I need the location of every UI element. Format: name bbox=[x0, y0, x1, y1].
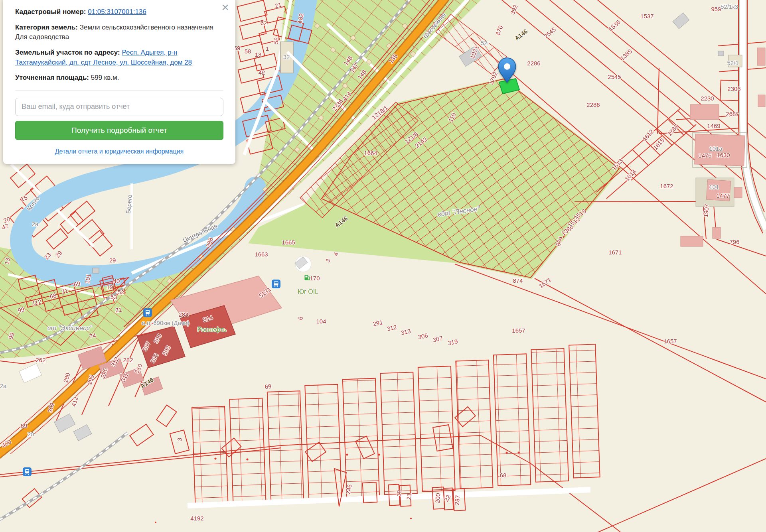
report-details-row: Детали отчета и юридическая информация bbox=[15, 148, 223, 155]
get-report-button[interactable]: Получить подробный отчет bbox=[15, 121, 223, 140]
area-label: Уточненная площадь: bbox=[15, 74, 89, 81]
bus-stop-icon[interactable] bbox=[272, 280, 280, 290]
land-category-label: Категория земель: bbox=[15, 24, 78, 31]
parcel-info-popup: × Кадастровый номер: 01:05:3107001:136 К… bbox=[3, 0, 235, 164]
address-label: Земельный участок по адресу: bbox=[15, 49, 120, 56]
location-pin-icon[interactable] bbox=[498, 57, 516, 85]
cadastral-number-row: Кадастровый номер: 01:05:3107001:136 bbox=[15, 7, 223, 17]
fuel-station-icon[interactable] bbox=[304, 274, 311, 283]
railway-station-icon[interactable] bbox=[143, 308, 152, 319]
area-value: 599 кв.м. bbox=[91, 74, 119, 81]
cadastral-map-app: 21621825615958133242Шоссейная14614714813… bbox=[0, 0, 766, 532]
railway-station-icon-2[interactable] bbox=[23, 467, 32, 478]
land-category-value: Земли сельскохозяйственного назначения bbox=[80, 24, 213, 31]
land-use-value: Для садоводства bbox=[15, 33, 69, 41]
email-input[interactable] bbox=[15, 98, 223, 116]
cadastral-number-link[interactable]: 01:05:3107001:136 bbox=[88, 8, 146, 16]
popup-divider bbox=[15, 90, 223, 91]
close-icon[interactable]: × bbox=[221, 1, 229, 14]
report-details-link[interactable]: Детали отчета и юридическая информация bbox=[55, 148, 184, 155]
cadastral-number-label: Кадастровый номер: bbox=[15, 8, 86, 16]
area-row: Уточненная площадь: 599 кв.м. bbox=[15, 73, 223, 83]
land-category-row: Категория земель: Земли сельскохозяйстве… bbox=[15, 23, 223, 42]
address-row: Земельный участок по адресу: Респ. Адыге… bbox=[15, 48, 223, 67]
